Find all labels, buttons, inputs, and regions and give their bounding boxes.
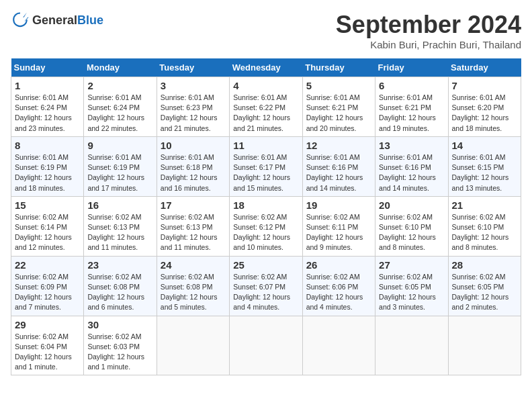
- calendar-week-row: 15Sunrise: 6:02 AMSunset: 6:14 PMDayligh…: [11, 196, 521, 256]
- weekday-header: Sunday: [11, 58, 84, 77]
- calendar-cell: 17Sunrise: 6:02 AMSunset: 6:13 PMDayligh…: [157, 196, 229, 256]
- calendar-cell: 26Sunrise: 6:02 AMSunset: 6:06 PMDayligh…: [302, 256, 375, 316]
- day-detail: Sunrise: 6:02 AMSunset: 6:13 PMDaylight:…: [87, 212, 152, 253]
- weekday-header: Tuesday: [157, 58, 229, 77]
- day-number: 23: [87, 259, 152, 271]
- day-detail: Sunrise: 6:02 AMSunset: 6:04 PMDaylight:…: [15, 332, 80, 373]
- day-detail: Sunrise: 6:01 AMSunset: 6:16 PMDaylight:…: [379, 152, 444, 193]
- weekday-header: Friday: [375, 58, 448, 77]
- day-detail: Sunrise: 6:01 AMSunset: 6:23 PMDaylight:…: [161, 93, 226, 134]
- day-detail: Sunrise: 6:01 AMSunset: 6:19 PMDaylight:…: [87, 152, 152, 193]
- day-number: 27: [379, 259, 444, 271]
- day-number: 21: [452, 199, 517, 211]
- calendar-cell: 23Sunrise: 6:02 AMSunset: 6:08 PMDayligh…: [84, 256, 157, 316]
- day-detail: Sunrise: 6:02 AMSunset: 6:07 PMDaylight:…: [233, 272, 298, 313]
- day-detail: Sunrise: 6:01 AMSunset: 6:16 PMDaylight:…: [306, 152, 371, 193]
- day-detail: Sunrise: 6:02 AMSunset: 6:11 PMDaylight:…: [306, 212, 371, 253]
- calendar-cell: 12Sunrise: 6:01 AMSunset: 6:16 PMDayligh…: [302, 136, 375, 196]
- day-detail: Sunrise: 6:02 AMSunset: 6:05 PMDaylight:…: [379, 272, 444, 313]
- day-number: 4: [233, 80, 298, 91]
- header: GeneralBlue September 2024 Kabin Buri, P…: [11, 11, 521, 50]
- day-number: 5: [306, 80, 371, 91]
- day-detail: Sunrise: 6:01 AMSunset: 6:19 PMDaylight:…: [15, 152, 80, 193]
- calendar-week-row: 22Sunrise: 6:02 AMSunset: 6:09 PMDayligh…: [11, 256, 521, 316]
- weekday-header-row: SundayMondayTuesdayWednesdayThursdayFrid…: [11, 58, 521, 77]
- calendar-cell: 18Sunrise: 6:02 AMSunset: 6:12 PMDayligh…: [230, 196, 302, 256]
- calendar-cell: 3Sunrise: 6:01 AMSunset: 6:23 PMDaylight…: [157, 77, 229, 137]
- day-number: 22: [15, 259, 80, 271]
- day-number: 26: [306, 259, 371, 271]
- calendar-cell: 27Sunrise: 6:02 AMSunset: 6:05 PMDayligh…: [375, 256, 448, 316]
- day-number: 13: [379, 140, 444, 151]
- day-detail: Sunrise: 6:01 AMSunset: 6:24 PMDaylight:…: [87, 93, 152, 134]
- logo-icon: [11, 11, 30, 30]
- day-detail: Sunrise: 6:01 AMSunset: 6:21 PMDaylight:…: [379, 93, 444, 134]
- day-detail: Sunrise: 6:01 AMSunset: 6:20 PMDaylight:…: [452, 93, 517, 134]
- day-number: 3: [161, 80, 226, 91]
- calendar-cell: 22Sunrise: 6:02 AMSunset: 6:09 PMDayligh…: [11, 256, 84, 316]
- day-detail: Sunrise: 6:01 AMSunset: 6:18 PMDaylight:…: [161, 152, 226, 193]
- calendar-cell: [448, 316, 521, 375]
- day-detail: Sunrise: 6:01 AMSunset: 6:24 PMDaylight:…: [15, 93, 80, 134]
- calendar-cell: 30Sunrise: 6:02 AMSunset: 6:03 PMDayligh…: [84, 316, 157, 375]
- day-detail: Sunrise: 6:02 AMSunset: 6:10 PMDaylight:…: [452, 212, 517, 253]
- logo: GeneralBlue: [11, 11, 103, 30]
- calendar-cell: 1Sunrise: 6:01 AMSunset: 6:24 PMDaylight…: [11, 77, 84, 137]
- day-number: 28: [452, 259, 517, 271]
- calendar-cell: 29Sunrise: 6:02 AMSunset: 6:04 PMDayligh…: [11, 316, 84, 375]
- svg-marker-0: [23, 13, 28, 22]
- calendar-cell: [157, 316, 229, 375]
- day-detail: Sunrise: 6:02 AMSunset: 6:12 PMDaylight:…: [233, 212, 298, 253]
- day-number: 24: [161, 259, 226, 271]
- calendar-cell: 15Sunrise: 6:02 AMSunset: 6:14 PMDayligh…: [11, 196, 84, 256]
- day-detail: Sunrise: 6:01 AMSunset: 6:15 PMDaylight:…: [452, 152, 517, 193]
- calendar-cell: 5Sunrise: 6:01 AMSunset: 6:21 PMDaylight…: [302, 77, 375, 137]
- calendar-cell: 19Sunrise: 6:02 AMSunset: 6:11 PMDayligh…: [302, 196, 375, 256]
- calendar-cell: 10Sunrise: 6:01 AMSunset: 6:18 PMDayligh…: [157, 136, 229, 196]
- day-detail: Sunrise: 6:02 AMSunset: 6:08 PMDaylight:…: [161, 272, 226, 313]
- day-number: 8: [15, 140, 80, 151]
- weekday-header: Saturday: [448, 58, 521, 77]
- day-detail: Sunrise: 6:01 AMSunset: 6:22 PMDaylight:…: [233, 93, 298, 134]
- calendar-cell: 8Sunrise: 6:01 AMSunset: 6:19 PMDaylight…: [11, 136, 84, 196]
- day-number: 19: [306, 199, 371, 211]
- calendar-week-row: 1Sunrise: 6:01 AMSunset: 6:24 PMDaylight…: [11, 77, 521, 137]
- calendar-cell: 13Sunrise: 6:01 AMSunset: 6:16 PMDayligh…: [375, 136, 448, 196]
- day-number: 14: [452, 140, 517, 151]
- weekday-header: Monday: [84, 58, 157, 77]
- day-detail: Sunrise: 6:02 AMSunset: 6:10 PMDaylight:…: [379, 212, 444, 253]
- location-title: Kabin Buri, Prachin Buri, Thailand: [336, 39, 521, 50]
- calendar-cell: 14Sunrise: 6:01 AMSunset: 6:15 PMDayligh…: [448, 136, 521, 196]
- day-number: 7: [452, 80, 517, 91]
- weekday-header: Thursday: [302, 58, 375, 77]
- calendar-cell: 11Sunrise: 6:01 AMSunset: 6:17 PMDayligh…: [230, 136, 302, 196]
- calendar-cell: 25Sunrise: 6:02 AMSunset: 6:07 PMDayligh…: [230, 256, 302, 316]
- day-number: 9: [87, 140, 152, 151]
- day-number: 29: [15, 319, 80, 330]
- calendar-cell: 28Sunrise: 6:02 AMSunset: 6:05 PMDayligh…: [448, 256, 521, 316]
- weekday-header: Wednesday: [230, 58, 302, 77]
- calendar-cell: 20Sunrise: 6:02 AMSunset: 6:10 PMDayligh…: [375, 196, 448, 256]
- calendar-cell: 24Sunrise: 6:02 AMSunset: 6:08 PMDayligh…: [157, 256, 229, 316]
- calendar-cell: [375, 316, 448, 375]
- day-number: 18: [233, 199, 298, 211]
- day-number: 20: [379, 199, 444, 211]
- month-title: September 2024: [336, 11, 521, 39]
- calendar-cell: 6Sunrise: 6:01 AMSunset: 6:21 PMDaylight…: [375, 77, 448, 137]
- day-detail: Sunrise: 6:02 AMSunset: 6:08 PMDaylight:…: [87, 272, 152, 313]
- day-number: 30: [87, 319, 152, 330]
- day-detail: Sunrise: 6:02 AMSunset: 6:03 PMDaylight:…: [87, 332, 152, 373]
- calendar-cell: [230, 316, 302, 375]
- day-number: 12: [306, 140, 371, 151]
- day-detail: Sunrise: 6:02 AMSunset: 6:06 PMDaylight:…: [306, 272, 371, 313]
- calendar-cell: [302, 316, 375, 375]
- day-detail: Sunrise: 6:01 AMSunset: 6:17 PMDaylight:…: [233, 152, 298, 193]
- day-number: 16: [87, 199, 152, 211]
- calendar-cell: 7Sunrise: 6:01 AMSunset: 6:20 PMDaylight…: [448, 77, 521, 137]
- title-area: September 2024 Kabin Buri, Prachin Buri,…: [336, 11, 521, 50]
- day-number: 17: [161, 199, 226, 211]
- logo-text: GeneralBlue: [32, 13, 103, 28]
- day-number: 11: [233, 140, 298, 151]
- day-detail: Sunrise: 6:02 AMSunset: 6:09 PMDaylight:…: [15, 272, 80, 313]
- day-detail: Sunrise: 6:02 AMSunset: 6:05 PMDaylight:…: [452, 272, 517, 313]
